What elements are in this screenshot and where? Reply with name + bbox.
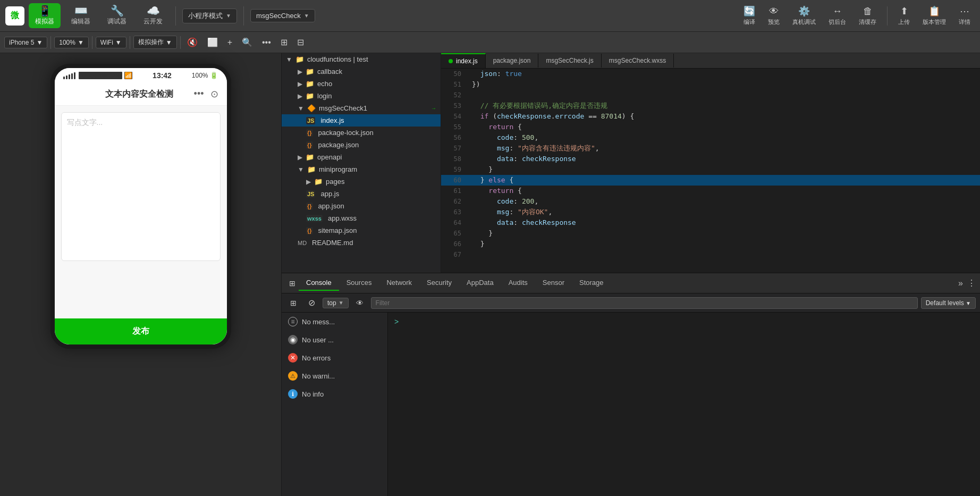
- device-select[interactable]: iPhone 5 ▼: [4, 37, 47, 48]
- devtools-toggle-btn[interactable]: ⊞: [286, 277, 299, 290]
- info-icon: ℹ: [288, 389, 298, 399]
- context-selector[interactable]: top ▼: [323, 298, 349, 308]
- json-icon-3: {}: [306, 203, 313, 210]
- simulator-btn[interactable]: 📱 模拟器: [29, 3, 61, 28]
- tab-sensor[interactable]: Sensor: [535, 275, 572, 291]
- tree-item-msgSecCheck1[interactable]: ▼ 🔶 msgSecCheck1 →: [282, 102, 441, 114]
- messages-icon: ≡: [288, 317, 298, 326]
- operation-select[interactable]: 模拟操作 ▼: [133, 36, 177, 49]
- devtools-settings-btn[interactable]: ⋮: [967, 278, 976, 288]
- network-select[interactable]: WiFi ▼: [96, 37, 126, 48]
- devtools-tabs: ⊞ Console Sources Network Security AppDa…: [282, 273, 980, 293]
- devtools-main[interactable]: >: [388, 313, 980, 496]
- tab-audits[interactable]: Audits: [501, 275, 535, 291]
- more-btn[interactable]: ⋯ 详情: [954, 3, 975, 28]
- code-line-53: 53 // 有必要根据错误码,确定内容是否违规: [441, 100, 980, 111]
- mini-label: miniprogram: [319, 165, 357, 173]
- tree-item-pages[interactable]: ▶ 📁 pages: [282, 175, 441, 188]
- tree-root[interactable]: ▼ 📁 cloudfunctions | test: [282, 53, 441, 65]
- tab-msgseccheck-js[interactable]: msgSecCheck.js: [538, 54, 601, 68]
- pages-arrow: ▶: [306, 178, 311, 186]
- editor-btn[interactable]: ⌨️ 编辑器: [65, 3, 97, 28]
- preview-btn[interactable]: 👁 预览: [764, 4, 784, 28]
- tab-network[interactable]: Network: [379, 275, 419, 291]
- switch-btn[interactable]: ↔ 切后台: [824, 4, 850, 28]
- split-btn[interactable]: ⊟: [294, 35, 307, 49]
- openapi-arrow: ▶: [298, 154, 302, 161]
- tree-item-openapi[interactable]: ▶ 📁 openapi: [282, 151, 441, 163]
- tree-item-sitemap[interactable]: {} sitemap.json: [282, 224, 441, 237]
- dots-btn[interactable]: •••: [259, 36, 274, 49]
- msg-label: msgSecCheck1: [319, 104, 367, 112]
- tab-appdata[interactable]: AppData: [459, 275, 501, 291]
- echo-label: echo: [317, 80, 332, 88]
- device-label: iPhone 5: [9, 39, 34, 46]
- sidebar-item-errors[interactable]: ✕ No errors: [282, 349, 387, 367]
- phone-status-bar: ●●●●● WeChat 📶 13:42 100% 🔋: [55, 68, 227, 83]
- callback-arrow: ▶: [298, 68, 302, 75]
- level-dropdown[interactable]: Default levels ▼: [921, 297, 976, 309]
- sidebar-item-user[interactable]: ◉ No user ...: [282, 331, 387, 349]
- code-line-64: 64 data: checkResponse: [441, 217, 980, 228]
- carrier-label: ●●●●● WeChat: [79, 72, 123, 79]
- app-logo: 微: [5, 6, 24, 26]
- phone-battery: 100% 🔋: [192, 72, 218, 79]
- main-area: ●●●●● WeChat 📶 13:42 100% 🔋 文本内容安全检测 •••…: [0, 53, 980, 496]
- tab-storage[interactable]: Storage: [572, 275, 611, 291]
- tree-item-callback[interactable]: ▶ 📁 callback: [282, 65, 441, 78]
- add-btn[interactable]: +: [224, 36, 235, 49]
- tree-item-login[interactable]: ▶ 📁 login: [282, 90, 441, 102]
- tab-dot: [449, 59, 453, 63]
- code-line-58: 58 data: checkResponse: [441, 154, 980, 164]
- cloud-btn[interactable]: ☁️ 云开发: [137, 3, 169, 28]
- tree-item-index-js[interactable]: JS index.js: [282, 114, 441, 127]
- more-dots-icon[interactable]: •••: [194, 88, 204, 100]
- compile-btn[interactable]: 🔄 编译: [739, 3, 759, 28]
- tree-item-app-json[interactable]: {} app.json: [282, 200, 441, 212]
- code-line-63: 63 msg: "内容OK",: [441, 207, 980, 217]
- project-dropdown-arrow: ▼: [304, 13, 309, 19]
- sidebar-toggle-btn[interactable]: ⊞: [286, 297, 301, 309]
- filter-input[interactable]: [371, 297, 918, 309]
- layout-btn[interactable]: ⊞: [277, 35, 291, 49]
- cloud-badge: →: [431, 105, 436, 111]
- tree-item-readme[interactable]: MD README.md: [282, 237, 441, 249]
- tab-security[interactable]: Security: [419, 275, 459, 291]
- clear-btn[interactable]: 🗑 清缓存: [855, 4, 881, 28]
- phone-input-area[interactable]: 写点文字...: [61, 112, 221, 261]
- phone-submit-btn[interactable]: 发布: [55, 318, 227, 344]
- tab-sources[interactable]: Sources: [339, 275, 379, 291]
- app-json-label: app.json: [318, 202, 344, 210]
- devtools-more-btn[interactable]: »: [958, 279, 963, 288]
- version-btn[interactable]: 📋 版本管理: [918, 3, 950, 28]
- tree-item-app-js[interactable]: JS app.js: [282, 188, 441, 200]
- sidebar-item-info[interactable]: ℹ No info: [282, 385, 387, 403]
- console-prompt[interactable]: >: [392, 315, 401, 328]
- zoom-select[interactable]: 100% ▼: [54, 37, 89, 48]
- mute-btn[interactable]: 🔇: [184, 35, 201, 49]
- switch-icon: ↔: [833, 6, 842, 17]
- clear-console-btn[interactable]: ⊘: [304, 296, 319, 309]
- record-icon[interactable]: ⊙: [210, 88, 218, 100]
- search-btn[interactable]: 🔍: [239, 35, 256, 49]
- tree-item-package-lock[interactable]: {} package-lock.json: [282, 127, 441, 139]
- fullscreen-btn[interactable]: ⬜: [204, 35, 221, 49]
- sidebar-item-messages[interactable]: ≡ No mess...: [282, 313, 387, 331]
- eye-btn[interactable]: 👁: [352, 297, 368, 309]
- tab-package-json[interactable]: package.json: [486, 54, 539, 68]
- tree-item-package-json[interactable]: {} package.json: [282, 139, 441, 151]
- sidebar-item-warnings[interactable]: ⚠ No warni...: [282, 367, 387, 385]
- tab-console[interactable]: Console: [299, 275, 339, 291]
- clear-icon: 🗑: [863, 6, 873, 17]
- tab-msgseccheck-wxss[interactable]: msgSecCheck.wxss: [602, 54, 674, 68]
- debugger-btn[interactable]: 🔧 调试器: [101, 3, 133, 28]
- signal-bar-4: [71, 73, 73, 79]
- project-dropdown[interactable]: msgSecCheck ▼: [250, 9, 315, 22]
- tree-item-app-wxss[interactable]: wxss app.wxss: [282, 212, 441, 224]
- tree-item-miniprogram[interactable]: ▼ 📁 miniprogram: [282, 163, 441, 175]
- mode-dropdown[interactable]: 小程序模式 ▼: [182, 9, 237, 23]
- tab-index-js[interactable]: index.js: [441, 53, 486, 68]
- real-machine-btn[interactable]: ⚙️ 真机调试: [788, 3, 820, 28]
- upload-btn[interactable]: ⬆ 上传: [894, 3, 914, 28]
- tree-item-echo[interactable]: ▶ 📁 echo: [282, 78, 441, 90]
